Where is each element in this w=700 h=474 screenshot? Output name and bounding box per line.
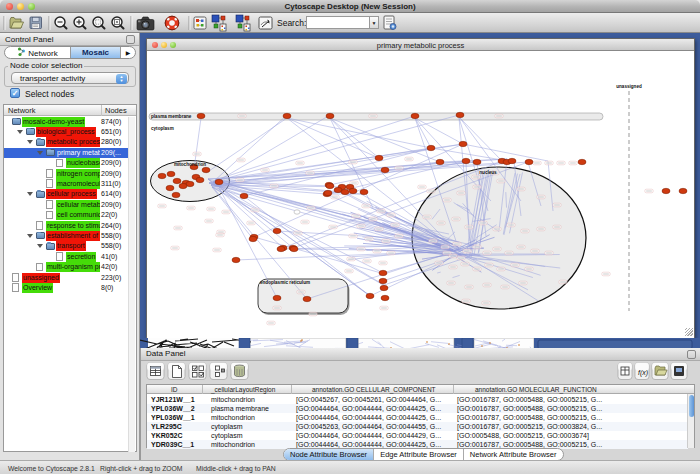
svg-text:cytoplasm: cytoplasm [151, 126, 174, 131]
svg-text:mitochondrion: mitochondrion [174, 162, 206, 167]
svg-text:plasma membrane: plasma membrane [151, 114, 192, 119]
svg-text:endoplasmic reticulum: endoplasmic reticulum [260, 280, 310, 285]
svg-text:nucleus: nucleus [479, 170, 497, 175]
svg-text:f(x): f(x) [638, 369, 648, 377]
svg-text:unassigned: unassigned [616, 84, 642, 89]
